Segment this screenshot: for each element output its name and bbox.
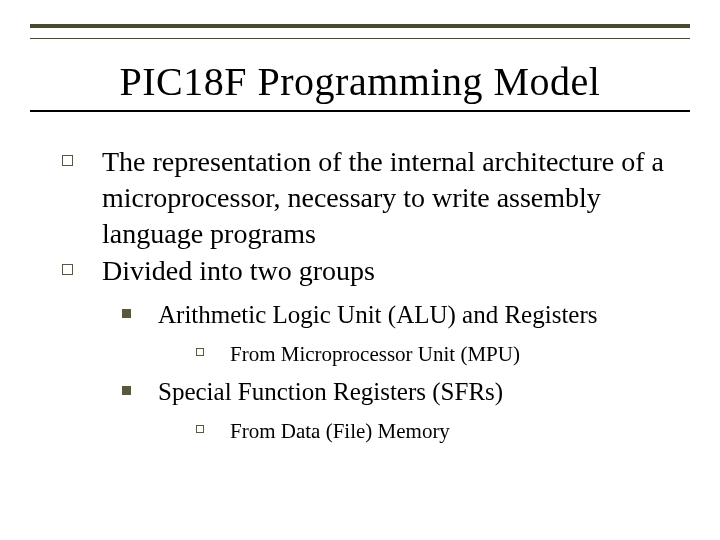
list-item: From Data (File) Memory bbox=[186, 418, 680, 445]
list-item: From Microprocessor Unit (MPU) bbox=[186, 341, 680, 368]
list-item: Special Function Registers (SFRs) From D… bbox=[116, 376, 680, 445]
top-rule bbox=[30, 24, 690, 39]
bullet-list-level1: The representation of the internal archi… bbox=[62, 144, 680, 445]
bullet-text: From Data (File) Memory bbox=[230, 419, 450, 443]
bullet-list-level2: Arithmetic Logic Unit (ALU) and Register… bbox=[102, 299, 680, 445]
bullet-list-level3: From Microprocessor Unit (MPU) bbox=[158, 341, 680, 368]
bullet-text: Divided into two groups bbox=[102, 255, 375, 286]
list-item: Arithmetic Logic Unit (ALU) and Register… bbox=[116, 299, 680, 368]
bullet-list-level3: From Data (File) Memory bbox=[158, 418, 680, 445]
bullet-text: The representation of the internal archi… bbox=[102, 146, 664, 249]
bullet-text: From Microprocessor Unit (MPU) bbox=[230, 342, 520, 366]
list-item: Divided into two groups Arithmetic Logic… bbox=[62, 253, 680, 445]
list-item: The representation of the internal archi… bbox=[62, 144, 680, 251]
slide-title: PIC18F Programming Model bbox=[0, 58, 720, 105]
title-underline bbox=[30, 110, 690, 112]
bullet-text: Arithmetic Logic Unit (ALU) and Register… bbox=[158, 301, 597, 328]
bullet-text: Special Function Registers (SFRs) bbox=[158, 378, 503, 405]
slide: PIC18F Programming Model The representat… bbox=[0, 0, 720, 540]
slide-body: The representation of the internal archi… bbox=[62, 144, 680, 451]
